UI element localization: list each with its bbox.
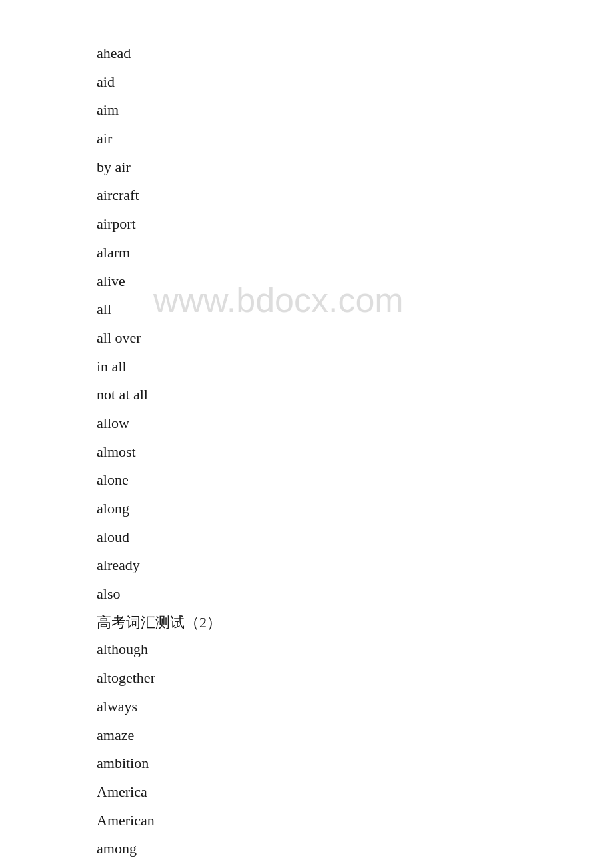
word-item-section-header: 高考词汇测试（2） — [97, 614, 221, 631]
word-item-among: among — [97, 835, 613, 863]
word-item-already: already — [97, 552, 613, 579]
word-item-also: also — [97, 581, 613, 608]
word-item-alone: alone — [97, 467, 613, 494]
word-item-altogether: altogether — [97, 665, 613, 692]
word-item-always: always — [97, 693, 613, 721]
word-item-aircraft: aircraft — [97, 182, 613, 209]
word-item-allow: allow — [97, 410, 613, 437]
word-item-air: air — [97, 125, 613, 153]
word-item-america: America — [97, 779, 613, 806]
word-item-aid: aid — [97, 69, 613, 96]
word-item-all-over: all over — [97, 325, 613, 352]
word-item-all: all — [97, 296, 613, 323]
word-item-alarm: alarm — [97, 239, 613, 267]
word-item-aloud: aloud — [97, 524, 613, 551]
word-item-almost: almost — [97, 439, 613, 466]
word-item-by-air: by air — [97, 154, 613, 181]
word-item-in-all: in all — [97, 353, 613, 381]
words-list: aheadaidaimairby airaircraftairportalarm… — [97, 40, 613, 868]
word-item-ahead: ahead — [97, 40, 613, 67]
word-item-airport: airport — [97, 211, 613, 238]
word-item-along: along — [97, 495, 613, 523]
word-item-ambition: ambition — [97, 750, 613, 777]
word-item-amount: amount — [97, 864, 613, 868]
word-item-alive: alive — [97, 268, 613, 295]
page-content: www.bdocx.com aheadaidaimairby airaircra… — [0, 0, 613, 868]
word-item-american: American — [97, 807, 613, 835]
word-item-although: although — [97, 636, 613, 663]
word-item-amaze: amaze — [97, 722, 613, 749]
word-item-aim: aim — [97, 97, 613, 124]
word-item-not-at-all: not at all — [97, 381, 613, 409]
